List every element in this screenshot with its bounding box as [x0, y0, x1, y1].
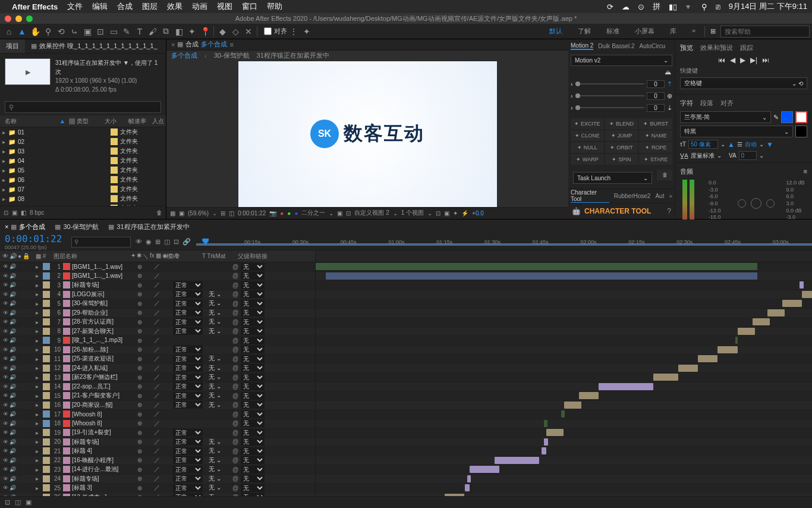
tl-tab-2[interactable]: ▦31程序猿正在加紧开发中 [108, 222, 189, 231]
comp-tab-name[interactable]: 多个合成 [201, 40, 227, 49]
character-panel-tab[interactable]: 字符 [680, 99, 693, 108]
vf-guide-icon[interactable]: ⊡ [346, 210, 351, 217]
layer-row[interactable]: 👁🔊 ▸ 4 [LOGO展示] ⊕／ 正常 无 ⌄ @无 [0, 290, 812, 300]
status-ime-icon[interactable]: 拼 [653, 1, 660, 12]
mode-select[interactable]: 正常 [173, 281, 203, 289]
folder-row[interactable]: ▸📁06文件夹 [0, 175, 166, 184]
folder-row[interactable]: ▸📁04文件夹 [0, 156, 166, 165]
graph-icon[interactable]: ⛰ [665, 68, 671, 76]
mode-select[interactable]: 正常 [173, 309, 203, 316]
project-tab[interactable]: 项目 [0, 39, 25, 53]
layer-row[interactable]: 👁🔊 ▸ 20 [标题专场] ⊕／ 正常 无 ⌄ @无 [0, 438, 812, 447]
viewer-timecode[interactable]: 0:00:01:22 [238, 210, 266, 217]
motion2-tab[interactable]: Motion 2 [571, 42, 593, 50]
col-mode[interactable]: 模式 [166, 252, 202, 261]
font-family-dropdown[interactable]: 兰亭黑-简⌄ [680, 111, 771, 123]
task-launch-dropdown[interactable]: Task Launch⌄ [573, 172, 652, 184]
mode-select[interactable]: 正常 [173, 327, 203, 335]
menu-layer[interactable]: 图层 [142, 1, 158, 12]
new-comp-icon[interactable]: ◧ [21, 209, 26, 216]
paragraph-panel-tab[interactable]: 段落 [700, 99, 713, 108]
folder-row[interactable]: ▸📁03文件夹 [0, 146, 166, 156]
tl-marker-icon[interactable]: ◫ [164, 238, 170, 246]
parent-select[interactable]: 无 [241, 346, 265, 353]
layer-row[interactable]: 👁🔊 ▸ 13 [新23客户侧边栏] ⊕／ 正常 无 ⌄ @无 [0, 373, 812, 382]
orbit-tool[interactable]: ⟲ [55, 25, 68, 38]
layer-row[interactable]: 👁🔊 ▸ 12 [24-进入私域] ⊕／ 正常 无 ⌄ @无 [0, 364, 812, 374]
motion-btn-spin[interactable]: ✦SPIN [605, 154, 638, 165]
fill-color-swatch[interactable] [781, 111, 793, 123]
home-button[interactable]: ⌂ [2, 25, 15, 38]
tl-link-icon[interactable]: 🔗 [182, 238, 191, 246]
pickwhip-icon[interactable]: @ [232, 438, 238, 445]
vf-3d-icon2[interactable]: ▣ [444, 210, 449, 217]
mode-select[interactable]: 正常 [173, 346, 203, 353]
motion-slider-y[interactable]: ›0⊕ [571, 90, 672, 102]
motion-btn-burst[interactable]: ✦BURST [639, 118, 672, 129]
mode-select[interactable]: 正常 [173, 438, 203, 446]
mode-select[interactable]: 正常 [173, 355, 203, 363]
menu-view[interactable]: 视图 [217, 1, 232, 12]
audio-knob-c[interactable] [751, 198, 761, 209]
pickwhip-icon[interactable]: @ [232, 383, 238, 390]
parent-select[interactable]: 无 [241, 392, 265, 400]
parent-select[interactable]: 无 [241, 281, 265, 289]
menu-edit[interactable]: 编辑 [92, 1, 108, 12]
parent-select[interactable]: 无 [241, 337, 265, 344]
eyedropper-icon[interactable]: ✎ [773, 114, 779, 121]
motion-btn-warp[interactable]: ✦WARP [571, 154, 604, 165]
mode-select[interactable]: 正常 [173, 475, 203, 482]
mode-select[interactable]: 正常 [173, 382, 203, 390]
play-button[interactable]: ▶ [740, 56, 745, 64]
pickwhip-icon[interactable]: @ [232, 485, 238, 491]
tl-toggle1-icon[interactable]: ⊡ [5, 498, 10, 506]
audio-panel-tab[interactable]: 音频 [680, 167, 693, 176]
zoom-dropdown[interactable]: (59.6%) [188, 210, 209, 217]
vf-roi-icon[interactable]: ▣ [337, 210, 342, 217]
col-layer-name[interactable]: 图层名称 [53, 252, 131, 261]
hand-tool[interactable]: ✋ [29, 25, 42, 38]
parent-select[interactable]: 无 [241, 309, 265, 316]
folder-row[interactable]: ▸📁02文件夹 [0, 137, 166, 146]
parent-select[interactable]: 无 [241, 447, 265, 455]
puppet-tool[interactable]: 📍 [199, 25, 212, 38]
aut-tab[interactable]: Aut [655, 193, 664, 199]
preview-tab[interactable]: 预览 [680, 43, 693, 52]
mode-select[interactable]: 正常 [173, 374, 203, 381]
pickwhip-icon[interactable]: @ [232, 300, 238, 307]
vf-3d-icon3[interactable]: ✦ [453, 210, 458, 217]
type-tool[interactable]: T [133, 25, 146, 38]
motion-btn-blend[interactable]: ✦BLEND [605, 118, 638, 129]
rotation-tool[interactable]: ⤿ [68, 25, 81, 38]
pickwhip-icon[interactable]: @ [232, 402, 238, 408]
timeline-layers[interactable]: 👁🔊 ▸ 1 [BGM1_1..._1.wav] ⊕／ @无 👁🔊 ▸ 2 [B… [0, 262, 812, 496]
resolution-dropdown[interactable]: 二分之一 [301, 209, 325, 217]
effects-presets-tab[interactable]: 效果和预设 [700, 43, 733, 52]
status-control-icon[interactable]: ⎚ [716, 2, 720, 11]
layer-row[interactable]: 👁🔊 ▸ 10 [26-加粉,...除] ⊕／ 正常 @无 [0, 346, 812, 355]
minimize-button[interactable] [15, 15, 22, 22]
mode-select[interactable]: 正常 [173, 392, 203, 400]
status-loop-icon[interactable]: ⟳ [607, 2, 613, 11]
layer-row[interactable]: 👁🔊 ▸ 15 [21-客户裂变客户] ⊕／ 正常 无 ⌄ @无 [0, 391, 812, 401]
motion-btn-rope[interactable]: ✦ROPE [639, 142, 672, 153]
workspace-library[interactable]: 库 [663, 25, 684, 37]
vf-alpha-icon[interactable]: ▦ [170, 210, 175, 217]
pickwhip-icon[interactable]: @ [232, 346, 238, 353]
mode-select[interactable]: 正常 [173, 364, 203, 372]
parent-select[interactable]: 无 [241, 382, 265, 390]
zoom-button[interactable] [26, 15, 33, 22]
tl-tab-1[interactable]: ▦30-保驾护航 [55, 222, 99, 231]
mode-select[interactable]: 正常 [173, 466, 203, 473]
audio-knob-r[interactable] [766, 199, 775, 208]
comp-thumbnail[interactable]: ▶ [5, 58, 51, 85]
composition-viewer[interactable]: SK 数客互动 [166, 61, 568, 207]
parent-select[interactable]: 无 [241, 355, 265, 363]
work-area-bar[interactable] [196, 243, 812, 246]
views-dropdown[interactable]: 1 个视图 [401, 209, 424, 217]
task-delete-button[interactable]: 🗑 [657, 170, 672, 180]
pickwhip-icon[interactable]: @ [232, 337, 238, 344]
pickwhip-icon[interactable]: @ [232, 393, 238, 399]
motion-slider-x[interactable]: ‹0⇡ [571, 78, 672, 90]
pickwhip-icon[interactable]: @ [232, 356, 238, 362]
